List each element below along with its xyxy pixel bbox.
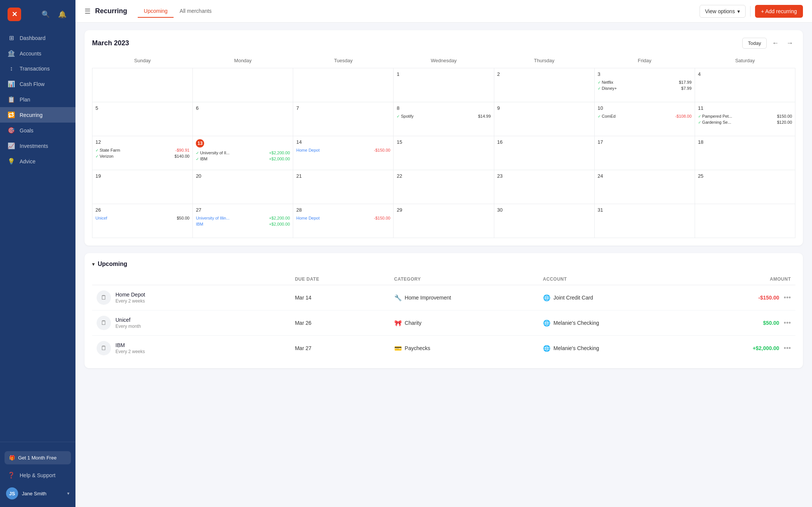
sidebar-item-dashboard[interactable]: ⊞ Dashboard	[0, 30, 75, 46]
more-options-button[interactable]: •••	[784, 344, 791, 352]
sidebar-item-label: Cash Flow	[20, 81, 45, 87]
user-name: Jane Smith	[22, 491, 63, 496]
get-free-button[interactable]: 🎁 Get 1 Month Free	[5, 451, 71, 464]
calendar-cell: 31	[594, 204, 695, 238]
col-friday: Friday	[594, 55, 695, 68]
calendar-cell: 20	[193, 170, 293, 204]
calendar-event[interactable]: Home Depot-$150.00	[296, 147, 390, 153]
calendar-cell: 22	[394, 170, 494, 204]
upcoming-title: Upcoming	[98, 261, 127, 267]
search-button[interactable]: 🔍	[40, 9, 51, 20]
check-icon: ✓	[598, 80, 601, 84]
calendar-event[interactable]: ✓Pampered Pet...$150.00	[698, 113, 792, 119]
goals-icon: 🎯	[8, 127, 15, 134]
col-tuesday: Tuesday	[293, 55, 394, 68]
calendar-event[interactable]: ✓Netflix$17.99	[598, 79, 692, 85]
calendar-cell: 27University of Illin...+$2,200.00IBM+$2…	[193, 204, 293, 238]
due-date: Mar 14	[295, 295, 394, 301]
user-profile[interactable]: JS Jane Smith ▾	[0, 483, 75, 504]
category-label: Paychecks	[405, 345, 431, 351]
accounts-icon: 🏦	[8, 50, 15, 57]
today-button[interactable]: Today	[742, 38, 767, 49]
merchant-name: Home Depot	[115, 292, 145, 298]
day-number: 28	[296, 207, 390, 213]
more-options-button[interactable]: •••	[784, 294, 791, 302]
calendar-cell: 21	[293, 170, 394, 204]
col-header-name	[97, 277, 295, 282]
add-recurring-button[interactable]: + Add recurring	[755, 5, 803, 18]
calendar-cell: 7	[293, 102, 394, 136]
tab-all-merchants[interactable]: All merchants	[174, 5, 218, 18]
calendar-nav: Today ← →	[742, 38, 795, 49]
calendar-event[interactable]: University of Illin...+$2,200.00	[196, 215, 290, 221]
next-month-button[interactable]: →	[784, 38, 795, 49]
table-row[interactable]: 🗒 IBM Every 2 weeks Mar 27 💳 Paychecks 🌐…	[92, 336, 795, 361]
calendar-event[interactable]: Home Depot-$150.00	[296, 215, 390, 221]
tab-upcoming[interactable]: Upcoming	[138, 5, 174, 18]
event-amount: $140.00	[174, 154, 189, 158]
calendar-event[interactable]: Unicef$50.00	[95, 215, 189, 221]
menu-icon[interactable]: ☰	[85, 7, 91, 15]
sidebar-item-recurring[interactable]: 🔁 Recurring	[0, 107, 75, 123]
calendar-event[interactable]: ✓State Farm-$90.91	[95, 147, 189, 153]
transactions-icon: ↕	[8, 65, 15, 72]
day-number: 3	[598, 71, 692, 77]
calendar-event[interactable]: ✓Verizon$140.00	[95, 153, 189, 159]
day-number: 21	[296, 173, 390, 179]
calendar-event[interactable]: ✓University of Il...+$2,200.00	[196, 150, 290, 156]
upcoming-toggle-icon[interactable]: ▾	[92, 261, 95, 267]
event-name: University of Illin...	[196, 216, 229, 220]
table-row[interactable]: 🗒 Unicef Every month Mar 26 🎀 Charity 🌐 …	[92, 310, 795, 336]
day-number: 4	[698, 71, 792, 77]
sidebar-item-help[interactable]: ❓ Help & Support	[0, 467, 75, 483]
check-icon: ✓	[698, 120, 701, 124]
sidebar-item-investments[interactable]: 📈 Investments	[0, 138, 75, 154]
check-icon: ✓	[196, 151, 199, 155]
category-icon: 💳	[394, 345, 402, 352]
calendar-title: March 2023	[92, 39, 129, 47]
view-options-button[interactable]: View options ▾	[700, 5, 746, 18]
sidebar-logo-area: ✕ 🔍 🔔	[0, 0, 75, 27]
table-row[interactable]: 🗒 Home Depot Every 2 weeks Mar 14 🔧 Home…	[92, 285, 795, 310]
calendar-cell	[193, 68, 293, 102]
calendar-event[interactable]: ✓IBM+$2,000.00	[196, 156, 290, 162]
event-amount: $7.99	[681, 86, 692, 91]
divider	[750, 6, 750, 17]
calendar-cell: 25	[695, 170, 795, 204]
event-name: ✓Disney+	[598, 86, 617, 91]
calendar-event[interactable]: ✓Spotify$14.99	[397, 113, 491, 119]
merchant-icon: 🗒	[97, 316, 111, 330]
calendar-cell: 19	[92, 170, 193, 204]
sidebar-item-goals[interactable]: 🎯 Goals	[0, 123, 75, 138]
event-name: ✓Netflix	[598, 80, 614, 84]
calendar-cell: 28Home Depot-$150.00	[293, 204, 394, 238]
event-name: Unicef	[95, 216, 107, 220]
sidebar-item-plan[interactable]: 📋 Plan	[0, 92, 75, 107]
day-number: 14	[296, 139, 390, 145]
day-number: 7	[296, 105, 390, 111]
more-options-button[interactable]: •••	[784, 319, 791, 327]
sidebar-item-accounts[interactable]: 🏦 Accounts	[0, 46, 75, 61]
sidebar-item-transactions[interactable]: ↕ Transactions	[0, 61, 75, 76]
add-recurring-label: + Add recurring	[761, 8, 797, 14]
check-icon: ✓	[598, 114, 601, 118]
merchant-frequency: Every 2 weeks	[115, 349, 145, 354]
calendar-event[interactable]: IBM+$2,000.00	[196, 221, 290, 227]
calendar-event[interactable]: ✓ComEd-$108.00	[598, 113, 692, 119]
calendar-card: March 2023 Today ← → Sunday Monday Tuesd…	[85, 30, 803, 246]
day-number: 11	[698, 105, 792, 111]
account-name: Joint Credit Card	[554, 295, 593, 301]
category-cell: 💳 Paychecks	[394, 345, 543, 352]
calendar-event[interactable]: ✓Disney+$7.99	[598, 85, 692, 91]
notification-button[interactable]: 🔔	[57, 9, 68, 20]
main-content: ☰ Recurring Upcoming All merchants View …	[75, 0, 812, 507]
merchant-frequency: Every month	[115, 324, 141, 329]
sidebar-item-label: Advice	[20, 158, 35, 164]
sidebar-item-advice[interactable]: 💡 Advice	[0, 154, 75, 169]
prev-month-button[interactable]: ←	[770, 38, 781, 49]
sidebar-item-cashflow[interactable]: 📊 Cash Flow	[0, 76, 75, 92]
due-date: Mar 27	[295, 345, 394, 351]
calendar-cell: 4	[695, 68, 795, 102]
col-monday: Monday	[193, 55, 293, 68]
calendar-event[interactable]: ✓Gardening Se...$120.00	[698, 119, 792, 125]
